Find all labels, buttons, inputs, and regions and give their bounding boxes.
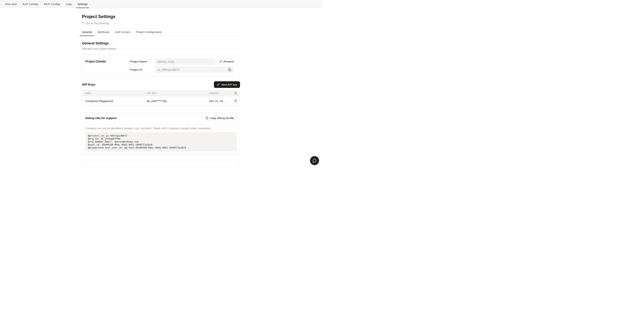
copy-icon [206,117,208,119]
copy-project-id-button[interactable] [228,68,231,71]
column-header-created: CREATED [209,92,234,95]
next-section-card-partial [82,161,240,166]
corner-up-left-icon [82,22,85,25]
nav-item-logs[interactable]: Logs [65,0,74,8]
project-name-label: Project Name [130,60,155,63]
api-keys-table: NAME API KEY CREATED Composio-Playground… [82,90,240,106]
rename-button[interactable]: Rename [217,58,237,65]
code-line: @org_id: ok_jVveqqkYFWa- [88,137,234,140]
settings-tabs: General Webhook Auth Screen Project Conf… [80,31,245,36]
column-header-name: NAME [85,92,147,95]
tab-project-configuration[interactable]: Project Configuration [134,31,164,36]
key-icon [217,83,220,86]
table-row: Composio-Playground ak_KW7*****Sjv Dec 2… [82,96,240,106]
chat-support-button[interactable] [310,156,319,165]
nav-item-settings[interactable]: Settings [76,0,89,8]
project-id-row: Project Id pr_06th1pLdNtTZ [130,67,237,73]
project-name-row: Project Name gaurav_mcps Rename [130,58,237,65]
page-title: Project Settings [82,14,245,19]
code-line: @org_member_email: gaurav@inkeep.com [88,140,234,143]
chat-bubble-icon [312,159,316,163]
project-id-input: pr_06th1pLdNtTZ [155,67,234,73]
debug-info-card: Debug info for support Copy debug bundle… [82,112,240,154]
pencil-icon [219,60,222,63]
trash-icon [234,92,237,95]
trash-icon [234,100,237,102]
general-settings-heading: General Settings [82,42,245,45]
code-line: @playground_test_user_id: pg-test-d5e001… [88,146,234,149]
nav-item-overview[interactable]: Overview [4,0,18,8]
table-header-row: NAME API KEY CREATED [82,91,240,96]
api-keys-heading: API Keys [82,83,96,86]
project-id-value: pr_06th1pLdNtTZ [158,68,180,71]
delete-api-key-button[interactable] [234,100,237,102]
api-keys-header: API Keys New API key [82,81,240,88]
nav-item-mcp-configs[interactable]: MCP Configs [42,0,62,8]
debug-bundle-code-block: @project_id: pr_06th1pLdNtTZ @org_id: ok… [85,132,237,151]
new-api-key-button[interactable]: New API key [214,81,240,88]
project-details-title: Project Details [85,58,130,73]
go-to-org-settings-label: Go to Org Settings [86,22,110,25]
api-key-value-cell: ak_KW7*****Sjv [147,99,209,103]
tab-auth-screen[interactable]: Auth Screen [112,31,132,36]
tab-general[interactable]: General [80,31,94,36]
new-api-key-label: New API key [222,83,237,86]
copy-debug-bundle-label: Copy debug bundle [210,116,234,120]
tab-webhook[interactable]: Webhook [95,31,112,36]
project-name-value: gaurav_mcps [158,60,174,63]
debug-description: Contains non-secret identifiers (project… [85,127,237,130]
project-settings-page: { "nav": { "items": ["Overview", "Auth C… [0,0,322,166]
column-header-api-key: API KEY [147,92,209,95]
general-settings-subheading: Manage your project details. [82,47,245,50]
copy-icon [228,68,231,71]
copy-debug-bundle-button[interactable]: Copy debug bundle [203,115,237,121]
rename-label: Rename [224,60,234,63]
top-nav: Overview Auth Configs MCP Configs Logs S… [0,0,322,8]
project-details-card: Project Details Project Name gaurav_mcps… [82,55,240,77]
code-line: @project_id: pr_06th1pLdNtTZ [88,134,234,137]
main-content: Project Settings Go to Org Settings Gene… [80,8,245,166]
go-to-org-settings-link[interactable]: Go to Org Settings [82,22,110,25]
api-key-name-cell: Composio-Playground [85,99,147,103]
api-key-created-cell: Dec 21, 20... [209,99,234,103]
project-name-input[interactable]: gaurav_mcps [155,58,215,65]
debug-card-header: Debug info for support Copy debug bundle [82,113,240,124]
code-line: @user_id: d5e001b0-09ac-46d2-8451-2694ff… [88,143,234,146]
nav-item-auth-configs[interactable]: Auth Configs [21,0,40,8]
project-id-label: Project Id [130,68,155,71]
debug-card-title: Debug info for support [85,116,117,120]
